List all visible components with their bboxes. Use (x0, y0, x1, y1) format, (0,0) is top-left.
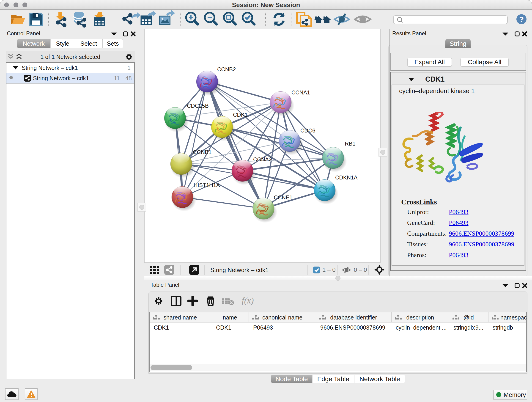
svg-text:CCNB1: CCNB1 (193, 149, 211, 155)
svg-text:CCNE1: CCNE1 (274, 194, 292, 201)
svg-text:CCNA2: CCNA2 (253, 156, 272, 162)
svg-text:CDKN1A: CDKN1A (335, 174, 357, 181)
svg-text:CDC25B: CDC25B (187, 103, 209, 109)
svg-text:RB1: RB1 (345, 140, 355, 147)
svg-text:CDK1: CDK1 (233, 112, 248, 118)
svg-text:CCNB2: CCNB2 (217, 66, 236, 72)
svg-text:HIST1H1A: HIST1H1A (194, 182, 220, 188)
svg-text:CCNA1: CCNA1 (291, 89, 310, 96)
svg-text:?: ? (519, 15, 524, 24)
svg-text:CDC6: CDC6 (300, 128, 315, 134)
